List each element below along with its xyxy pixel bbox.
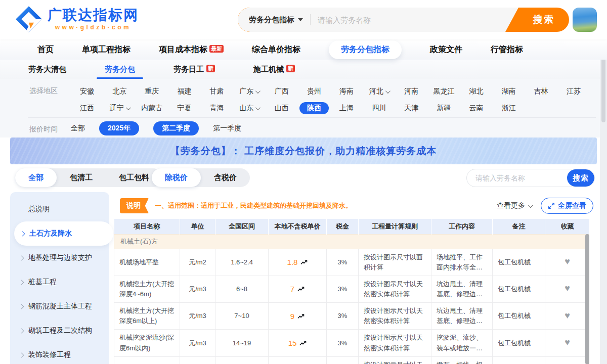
subnav-item[interactable]: 劳务分包 [105, 60, 135, 79]
time-option[interactable]: 第二季度 [153, 121, 199, 135]
cell-quantity-rule: 按设计图示尺寸以天然密实体积计算 [359, 276, 431, 302]
nav-item-label: 首页 [37, 44, 54, 55]
logo-text: 广联达指标网 www·gldzb·com [48, 8, 139, 31]
cell-favorite: ♥ [545, 249, 590, 276]
nav-item-label: 行管指标 [491, 44, 523, 55]
time-option[interactable]: 全部 [71, 124, 85, 133]
search-category-dropdown[interactable]: 劳务分包指标 [238, 15, 310, 25]
list-search-button[interactable]: 搜索 [567, 169, 594, 187]
region-item[interactable]: 湖南 [493, 85, 525, 98]
region-item[interactable]: 江西 [71, 102, 103, 115]
nav-item-label: 劳务分包指标 [341, 44, 389, 55]
cell-tax: 3% [327, 356, 359, 364]
table-scrollbar[interactable] [585, 234, 589, 364]
sidebar-item[interactable]: 装饰装修工程 [10, 343, 109, 364]
view-more-button[interactable]: 查看更多 [497, 201, 532, 210]
tax-tab[interactable]: 含税价 [201, 168, 250, 187]
region-item[interactable]: 内蒙古 [136, 102, 168, 115]
region-item[interactable]: 新疆 [427, 102, 460, 115]
region-item[interactable]: 河北 [363, 85, 395, 98]
nav-item[interactable]: 单项工程指标 [82, 44, 131, 55]
logo-subtitle: www·gldzb·com [48, 24, 139, 31]
time-option[interactable]: 第一季度 [213, 124, 241, 133]
region-item[interactable]: 山东 [233, 102, 266, 115]
sidebar-item[interactable]: 桩基工程 [10, 270, 109, 294]
user-avatar[interactable] [573, 8, 597, 32]
heart-icon[interactable]: ♥ [565, 256, 570, 266]
time-option[interactable]: 2025年 [99, 121, 139, 135]
region-item[interactable]: 天津 [395, 102, 427, 115]
cell-work-content: 挖淤泥、流沙、装车或堆放一边、移动… [431, 330, 493, 356]
nav-item[interactable]: 劳务分包指标 [329, 40, 402, 59]
region-item[interactable]: 青海 [201, 102, 233, 115]
fullscreen-button[interactable]: 全屏查看 [541, 198, 593, 214]
tax-tab[interactable]: 除税价 [152, 168, 201, 187]
list-search: 搜索 [466, 169, 595, 187]
subnav-item[interactable]: 劳务日工新 [174, 60, 215, 79]
region-item[interactable]: 湖北 [460, 85, 493, 98]
region-item-selected: 陕西 [299, 102, 329, 114]
region-item[interactable]: 云南 [460, 102, 493, 115]
region-item[interactable]: 北京 [103, 85, 136, 98]
region-item[interactable]: 山西 [266, 102, 298, 115]
region-item[interactable]: 四川 [363, 102, 395, 115]
region-item[interactable]: 辽宁 [103, 102, 136, 115]
nav-item-label: 单项工程指标 [82, 44, 131, 55]
nav-item[interactable]: 首页 [37, 44, 54, 55]
region-item-label: 四川 [372, 104, 386, 113]
nav-item[interactable]: 政策文件 [430, 44, 462, 55]
region-item[interactable]: 宁夏 [168, 102, 200, 115]
header-search-button[interactable]: 搜索 [518, 8, 569, 32]
table-row: 机械挖淤泥流沙(深度6m以内)元/m314~19153%按设计图示尺寸以天然密实… [114, 330, 590, 356]
region-item[interactable]: 海南 [330, 85, 363, 98]
heart-icon[interactable]: ♥ [565, 337, 570, 347]
region-item[interactable]: 陕西 [298, 102, 330, 115]
subnav-item[interactable]: 劳务大清包 [28, 60, 66, 79]
sidebar-item[interactable]: 土石方及降水 [14, 221, 113, 246]
site-logo[interactable]: 广联达指标网 www·gldzb·com [15, 6, 139, 33]
sidebar-item[interactable]: 总说明 [10, 197, 109, 221]
nav-item[interactable]: 行管指标 [491, 44, 523, 55]
region-item[interactable]: 甘肃 [201, 85, 233, 98]
region-label: 选择地区 [29, 86, 58, 96]
region-item[interactable]: 贵州 [298, 85, 330, 98]
view-more-label: 查看更多 [497, 201, 525, 210]
region-item[interactable]: 吉林 [525, 85, 557, 98]
scope-tab[interactable]: 包清工 [57, 168, 106, 187]
cell-favorite: ♥ [545, 356, 590, 364]
scope-tab[interactable]: 全部 [15, 168, 57, 187]
nav-item[interactable]: 项目成本指标最新 [159, 44, 224, 55]
region-item[interactable]: 安徽 [71, 85, 103, 98]
page-scrollbar[interactable] [600, 39, 607, 364]
region-item[interactable]: 上海 [330, 102, 363, 115]
heart-icon[interactable]: ♥ [565, 283, 570, 293]
table-row: 机械挖桩间土元/m313~19143%按设计图示尺寸以天然密实体积计算撒灰、标线… [114, 356, 590, 364]
sidebar-item[interactable]: 钢筋混凝土主体工程 [10, 294, 109, 318]
promo-banner: 【劳务分包】： 工序维度分包报价，助力精准核算劳务成本 [10, 138, 597, 164]
region-item-label: 宁夏 [177, 104, 191, 113]
table-header-row: 项目名称单位全国区间本地不含税单价税金工程量计算规则工作内容备注收藏 [114, 219, 590, 234]
cell-quantity-rule: 按设计图示尺寸以天然密实体积计算 [359, 303, 431, 330]
region-item[interactable]: 江苏 [557, 85, 590, 98]
table-body: 机械土(石)方机械场地平整元/m21.6~2.41.83%按设计图示尺寸以面积计… [114, 234, 590, 364]
region-item-label: 河南 [404, 87, 418, 96]
region-item[interactable]: 广西 [266, 85, 298, 98]
cell-local-price: 1.8 [269, 249, 327, 276]
sidebar-item[interactable]: 地基处理与边坡支护 [10, 246, 109, 270]
region-item[interactable]: 浙江 [493, 102, 525, 115]
region-item[interactable]: 河南 [395, 85, 427, 98]
heart-icon[interactable]: ♥ [565, 310, 570, 321]
list-search-input[interactable] [467, 169, 567, 187]
region-item[interactable]: 广东 [233, 85, 266, 98]
region-item-label: 黑龙江 [433, 87, 454, 96]
banner-text: 【劳务分包】： 工序维度分包报价，助力精准核算劳务成本 [170, 145, 437, 158]
header-search-input[interactable] [311, 16, 518, 24]
region-item[interactable]: 黑龙江 [427, 85, 460, 98]
subnav-item[interactable]: 施工机械新 [253, 60, 295, 79]
region-item[interactable]: 福建 [168, 85, 200, 98]
nav-item[interactable]: 综合单价指标 [252, 44, 300, 55]
cell-national-range: 6~8 [215, 276, 269, 302]
sidebar-item[interactable]: 砌筑工程及二次结构 [10, 318, 109, 343]
table-row: 机械场地平整元/m21.6~2.41.83%按设计图示尺寸以面积计算场地推平、工… [114, 249, 590, 276]
region-item[interactable]: 重庆 [136, 85, 168, 98]
